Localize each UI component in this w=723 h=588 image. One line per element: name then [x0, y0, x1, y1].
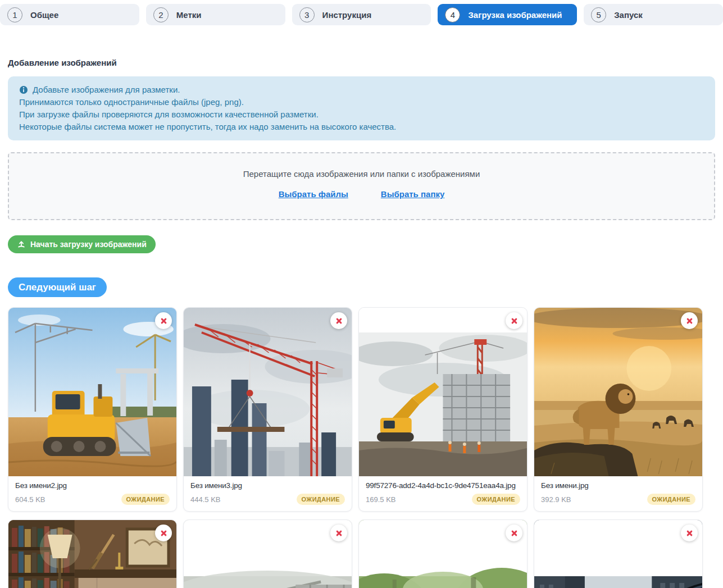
image-card [183, 519, 352, 588]
step-label: Метки [176, 10, 202, 20]
info-line: При загрузке файлы проверяются для возмо… [19, 108, 704, 121]
step-number-badge: 1 [7, 7, 22, 22]
start-upload-button[interactable]: Начать загрузку изображений [8, 235, 156, 253]
status-badge: ОЖИДАНИЕ [121, 494, 170, 505]
image-card-footer: Без имени2.jpg 604.5 KB ОЖИДАНИЕ [8, 476, 176, 511]
step-number-badge: 4 [445, 7, 460, 22]
step-number-badge: 3 [299, 7, 315, 22]
section-title: Добавление изображений [8, 58, 715, 67]
step-label: Запуск [614, 10, 643, 20]
step-tab-5[interactable]: 5Запуск [584, 4, 723, 25]
status-badge: ОЖИДАНИЕ [647, 494, 695, 505]
remove-image-button[interactable] [681, 525, 698, 541]
image-thumbnail [359, 308, 527, 476]
close-icon [335, 530, 343, 537]
image-filename: Без имени2.jpg [15, 481, 170, 490]
close-icon [511, 317, 518, 325]
info-line: Некоторые файлы система может не пропуст… [19, 121, 704, 133]
image-filename: Без имени3.jpg [190, 481, 345, 490]
start-upload-label: Начать загрузку изображений [30, 240, 147, 249]
info-text: Добавьте изображения для разметки. [33, 84, 180, 96]
close-icon [160, 530, 167, 537]
image-card-footer: Без имени.jpg 392.9 KB ОЖИДАНИЕ [534, 476, 702, 511]
info-icon [19, 85, 28, 94]
image-card [358, 519, 528, 588]
step-tab-4[interactable]: 4Загрузка изображений [438, 4, 577, 25]
dropzone-hint: Перетащите сюда изображения или папки с … [9, 169, 714, 179]
image-filesize: 444.5 KB [190, 495, 221, 504]
image-card: Без имени2.jpg 604.5 KB ОЖИДАНИЕ [8, 307, 177, 512]
image-card [534, 519, 703, 588]
image-card: Без имени3.jpg 444.5 KB ОЖИДАНИЕ [183, 307, 352, 512]
remove-image-button[interactable] [155, 312, 172, 329]
image-thumbnail [184, 520, 352, 588]
remove-image-button[interactable] [330, 525, 347, 541]
remove-image-button[interactable] [681, 312, 698, 329]
image-card [8, 519, 177, 588]
dropzone-links: Выбрать файлы Выбрать папку [9, 189, 714, 199]
close-icon [511, 530, 518, 537]
remove-image-button[interactable] [330, 312, 347, 329]
image-thumbnail [8, 520, 176, 588]
choose-files-link[interactable]: Выбрать файлы [279, 189, 348, 199]
step-tab-1[interactable]: 1Общее [0, 4, 139, 25]
close-icon [160, 317, 167, 325]
image-thumbnail [8, 308, 176, 476]
step-tab-2[interactable]: 2Метки [146, 4, 285, 25]
image-card-footer: Без имени3.jpg 444.5 KB ОЖИДАНИЕ [184, 476, 352, 511]
image-card-footer: 99f57276-add2-4a4d-bc1c-9de4751eaa4a.jpg… [359, 476, 527, 511]
image-filesize: 604.5 KB [15, 495, 46, 504]
remove-image-button[interactable] [506, 312, 522, 329]
status-badge: ОЖИДАНИЕ [297, 494, 345, 505]
image-filename: 99f57276-add2-4a4d-bc1c-9de4751eaa4a.jpg [366, 481, 520, 490]
image-filename: Без имени.jpg [541, 481, 695, 490]
image-filesize: 392.9 KB [541, 495, 571, 504]
image-thumbnail [534, 520, 702, 588]
image-thumbnail [359, 520, 527, 588]
image-card: 99f57276-add2-4a4d-bc1c-9de4751eaa4a.jpg… [358, 307, 528, 512]
choose-folder-link[interactable]: Выбрать папку [381, 189, 444, 199]
status-badge: ОЖИДАНИЕ [472, 494, 520, 505]
info-line: Принимаются только одностраничные файлы … [19, 96, 704, 108]
image-thumbnail [184, 308, 352, 476]
step-label: Общее [30, 10, 58, 20]
step-tab-3[interactable]: 3Инструкция [292, 4, 431, 25]
next-step-button[interactable]: Следующий шаг [8, 277, 107, 297]
image-filesize: 169.5 KB [366, 495, 396, 504]
image-card: Без имени.jpg 392.9 KB ОЖИДАНИЕ [534, 307, 703, 512]
image-grid: Без имени2.jpg 604.5 KB ОЖИДАНИЕ Без име… [8, 307, 715, 588]
close-icon [686, 530, 693, 537]
wizard-steps: 1Общее2Метки3Инструкция4Загрузка изображ… [0, 4, 723, 25]
step-label: Инструкция [322, 10, 372, 20]
remove-image-button[interactable] [506, 525, 522, 541]
step-label: Загрузка изображений [468, 10, 562, 20]
close-icon [686, 317, 693, 325]
info-box: Добавьте изображения для разметки. Прини… [8, 76, 715, 140]
info-line: Добавьте изображения для разметки. [19, 84, 704, 96]
upload-icon [17, 240, 26, 249]
image-thumbnail [534, 308, 702, 476]
close-icon [335, 317, 343, 325]
step-number-badge: 2 [153, 7, 169, 22]
step-number-badge: 5 [591, 7, 606, 22]
remove-image-button[interactable] [155, 525, 172, 541]
dropzone[interactable]: Перетащите сюда изображения или папки с … [8, 152, 715, 220]
